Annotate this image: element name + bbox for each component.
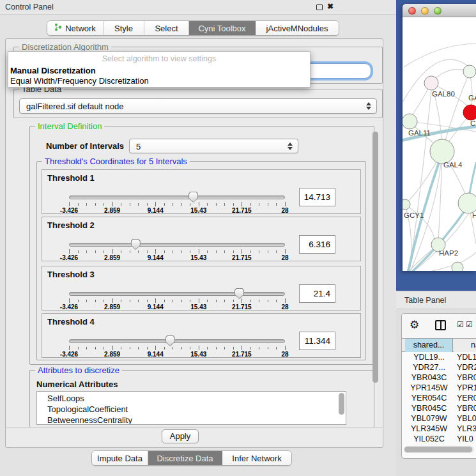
tab-impute-data[interactable]: Impute Data (92, 451, 148, 465)
checkbox-icon[interactable]: ☑ (466, 320, 473, 329)
slider-track[interactable] (69, 292, 285, 296)
columns-icon[interactable] (435, 320, 446, 330)
table-row[interactable]: YBR045CYBR0 (402, 403, 476, 413)
table-row[interactable]: YIL052CYIL0 (402, 434, 476, 444)
list-item[interactable]: TopologicalCoefficient (37, 404, 346, 415)
cell: YBR043C (405, 372, 453, 383)
tick-mark (121, 250, 121, 253)
table-row[interactable]: YDR27...YDR2 (402, 362, 476, 372)
network-canvas[interactable]: GAL80 GA GAL11 C GAL4 GCY1 H HAP2 (403, 17, 476, 271)
tick-mark (285, 346, 286, 350)
node-partial[interactable] (452, 262, 463, 271)
tab-discretize-data[interactable]: Discretize Data (148, 451, 222, 465)
node-gal80[interactable] (424, 76, 438, 90)
dropdown-prompt: Select algorithm to view settings (8, 54, 310, 63)
tab-cyni-toolbox[interactable]: Cyni Toolbox (189, 21, 256, 35)
tick-mark (268, 300, 268, 302)
list-item[interactable]: BetweennessCentrality (37, 415, 346, 425)
tick-mark (138, 203, 139, 206)
list-item[interactable]: SelfLoops (37, 393, 346, 404)
table-row[interactable]: YBL079WYBL0 (402, 413, 476, 424)
threshold-2-slider[interactable]: -3.4262.8599.14415.4321.71528 (69, 242, 285, 258)
slider-thumb[interactable] (234, 288, 244, 299)
tick-mark (78, 300, 79, 302)
cell: YER054C (405, 393, 453, 403)
slider-scale: -3.4262.8599.14415.4321.71528 (69, 254, 285, 262)
slider-scale-label: -3.426 (60, 303, 78, 311)
column-header-shared[interactable]: shared... (405, 339, 453, 352)
number-of-intervals-combobox[interactable]: 5 (129, 139, 298, 153)
gear-icon[interactable]: ⚙ (410, 318, 419, 332)
node-ga[interactable] (463, 65, 476, 78)
node-gal4[interactable] (430, 139, 454, 164)
threshold-value-field[interactable]: 21.4 (299, 284, 335, 303)
node-label: GAL11 (408, 129, 431, 137)
tick-mark (173, 300, 173, 302)
network-view-window[interactable]: GAL80 GA GAL11 C GAL4 GCY1 H HAP2 (403, 4, 476, 271)
tick-mark (250, 250, 251, 253)
node-gal11[interactable] (403, 114, 417, 129)
list-scrollbar[interactable] (339, 393, 344, 415)
slider-track[interactable] (69, 339, 285, 343)
cell: YLR345W (405, 424, 453, 434)
dropdown-option-equal-width-frequency[interactable]: Equal Width/Frequency Discretization (10, 76, 149, 86)
slider-scale-label: 2.859 (104, 351, 120, 358)
tick-mark (181, 347, 182, 349)
float-window-icon[interactable] (316, 4, 323, 10)
apply-button[interactable]: Apply (162, 429, 199, 443)
table-row[interactable]: YPR145WYPR1 (402, 383, 476, 393)
panel-scrollbar[interactable] (372, 132, 378, 383)
table-row[interactable]: YDL19...YDL1 (402, 352, 476, 362)
close-traffic-light-icon[interactable] (408, 7, 416, 15)
table-panel-titlebar: Table Panel (396, 291, 476, 309)
tab-network[interactable]: Network (47, 21, 104, 35)
tab-jactivemnodules[interactable]: jActiveMNodules (256, 21, 339, 35)
number-of-intervals-value: 5 (136, 141, 141, 151)
table-data-combobox[interactable]: galFiltered.sif default node (19, 98, 377, 114)
threshold-value-field[interactable]: 6.316 (299, 235, 335, 254)
slider-thumb[interactable] (131, 239, 141, 250)
zoom-traffic-light-icon[interactable] (434, 7, 441, 15)
panel-title: Control Panel (5, 3, 54, 12)
slider-scale-label: 15.43 (190, 351, 206, 358)
tick-mark (285, 249, 286, 254)
node-selected-red[interactable] (463, 105, 476, 120)
network-window-titlebar[interactable] (403, 4, 476, 17)
minimize-traffic-light-icon[interactable] (421, 7, 429, 15)
tab-infer-network[interactable]: Infer Network (222, 451, 291, 465)
slider-thumb[interactable] (165, 335, 175, 346)
tick-mark (276, 347, 277, 349)
tick-mark (95, 347, 96, 349)
table-row[interactable]: YER054CYER0 (402, 393, 476, 403)
divider (6, 427, 382, 428)
table-horizontal-scrollbar[interactable] (404, 446, 474, 453)
threshold-value-field[interactable]: 14.713 (299, 188, 335, 206)
threshold-4-slider[interactable]: -3.4262.8599.14415.4321.71528 (69, 338, 285, 355)
checkbox-icon[interactable]: ☑ (457, 320, 464, 329)
table-row[interactable]: YLR345WYLR3 (402, 424, 476, 434)
slider-track[interactable] (69, 196, 285, 199)
column-header-name[interactable]: na (454, 339, 476, 352)
close-icon[interactable]: ✖ (327, 2, 334, 11)
tick-mark (259, 203, 259, 206)
node-h[interactable] (458, 193, 476, 213)
node-gcy1[interactable] (403, 199, 410, 210)
tick-mark (250, 203, 251, 206)
slider-thumb[interactable] (188, 192, 198, 203)
tick-mark (268, 347, 268, 349)
scrollbar-thumb[interactable] (404, 447, 472, 452)
table-row[interactable]: YBR043CYBR0 (402, 372, 476, 383)
tab-select[interactable]: Select (144, 21, 189, 35)
cyni-mode-tabbar: Impute Data Discretize Data Infer Networ… (91, 450, 292, 466)
slider-track[interactable] (69, 243, 285, 247)
threshold-1-slider[interactable]: -3.4262.8599.14415.4321.71528 (69, 194, 285, 211)
threshold-value-field[interactable]: 11.344 (299, 332, 335, 350)
network-graph: GAL80 GA GAL11 C GAL4 GCY1 H HAP2 (403, 17, 476, 271)
table-header-row: shared... na (402, 338, 476, 352)
numerical-attributes-list[interactable]: SelfLoops TopologicalCoefficient Between… (36, 391, 346, 425)
threshold-3-slider[interactable]: -3.4262.8599.14415.4321.71528 (69, 291, 285, 307)
tab-style[interactable]: Style (104, 21, 144, 35)
dropdown-option-manual-discretization[interactable]: Manual Discretization (10, 66, 96, 75)
tick-mark (268, 250, 268, 253)
tick-mark (259, 300, 259, 302)
